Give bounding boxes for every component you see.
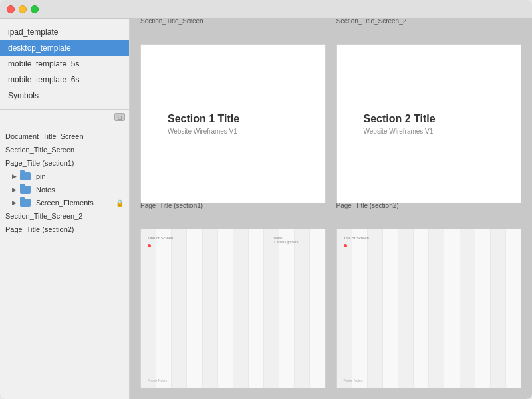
layers-panel: Document_Title_Screen Section_Title_Scre…	[0, 124, 129, 399]
lock-icon: 🔒	[116, 200, 124, 207]
traffic-lights	[7, 5, 39, 13]
layer-page-title-section1[interactable]: Page_Title (section1)	[0, 156, 129, 170]
layer-label: Section_Title_Screen	[5, 146, 74, 154]
layer-screen-elements-folder[interactable]: ▶ Screen_Elements 🔒	[0, 196, 129, 209]
layer-section-title-screen-2[interactable]: Section_Title_Screen_2	[0, 209, 129, 223]
artboard-label: Page_Title (section2)	[336, 202, 399, 209]
canvas-area: Section_Title_Screen Section 1 Title Web…	[130, 19, 532, 399]
notes-area: Notes 1. Notes go here	[274, 236, 299, 244]
page-overlay: Title of Screen	[337, 229, 521, 388]
sidebar-item-mobile-6s[interactable]: mobile_template_6s	[0, 72, 129, 88]
artboard-section-title-screen-2: Section_Title_Screen_2 Section 2 Title W…	[336, 29, 522, 203]
chevron-right-icon: ▶	[11, 186, 17, 193]
red-dot-indicator	[148, 244, 151, 247]
section-subtitle: Website Wireframes V1	[364, 128, 434, 135]
app-window: ipad_template desktop_template mobile_te…	[0, 0, 532, 399]
layer-label: Page_Title (section1)	[5, 159, 74, 167]
artboard-page-title-section1: Page_Title (section1)	[140, 214, 326, 388]
sidebar-item-desktop-template[interactable]: desktop_template	[0, 40, 129, 56]
file-list: ipad_template desktop_template mobile_te…	[0, 19, 129, 110]
main-content: ipad_template desktop_template mobile_te…	[0, 19, 532, 399]
resize-handle: ◻	[0, 110, 129, 124]
folder-icon	[20, 186, 31, 194]
layer-notes-folder[interactable]: ▶ Notes	[0, 183, 129, 196]
close-button[interactable]	[7, 5, 15, 13]
notes-text: 1. Notes go here	[274, 240, 299, 244]
page-footer: Footer Notes	[344, 378, 363, 382]
layer-label: pin	[36, 172, 46, 180]
layer-label: Screen_Elements	[36, 199, 94, 207]
layer-label: Section_Title_Screen_2	[5, 212, 82, 220]
page-screen-title: Title of Screen	[344, 236, 515, 240]
folder-icon	[20, 199, 31, 207]
layer-page-title-section2[interactable]: Page_Title (section2)	[0, 223, 129, 236]
layer-label: Page_Title (section2)	[5, 225, 74, 233]
artboard-label: Page_Title (section1)	[140, 202, 203, 209]
red-dot-indicator	[344, 244, 347, 247]
layer-pin-folder[interactable]: ▶ pin	[0, 170, 129, 183]
sidebar: ipad_template desktop_template mobile_te…	[0, 19, 130, 399]
artboard-page-title-section2: Page_Title (section2)	[336, 214, 522, 388]
layer-label: Document_Title_Screen	[5, 132, 84, 140]
artboard-canvas[interactable]: Title of Screen Notes 1. Notes go here F…	[140, 229, 326, 388]
folder-icon	[20, 172, 31, 180]
layer-label: Notes	[36, 186, 55, 194]
page-overlay: Title of Screen Notes 1. Notes go here	[141, 229, 325, 388]
sidebar-item-symbols[interactable]: Symbols	[0, 88, 129, 104]
chevron-right-icon: ▶	[11, 200, 17, 206]
artboard-label: Section_Title_Screen	[140, 19, 203, 25]
artboard-label: Section_Title_Screen_2	[336, 19, 407, 25]
artboard-canvas[interactable]: Section 1 Title Website Wireframes V1	[140, 44, 326, 203]
sidebar-item-mobile-5s[interactable]: mobile_template_5s	[0, 56, 129, 72]
section-subtitle: Website Wireframes V1	[168, 128, 237, 135]
minimize-button[interactable]	[19, 5, 27, 13]
artboard-canvas[interactable]: Title of Screen Footer Notes	[336, 229, 522, 388]
layer-section-title-screen[interactable]: Section_Title_Screen	[0, 143, 129, 156]
chevron-right-icon: ▶	[11, 173, 17, 180]
section-title: Section 2 Title	[364, 113, 436, 125]
sidebar-item-ipad-template[interactable]: ipad_template	[0, 24, 129, 40]
resize-button[interactable]: ◻	[114, 113, 125, 121]
artboard-canvas[interactable]: Section 2 Title Website Wireframes V1	[336, 44, 522, 203]
page-footer: Footer Notes	[148, 378, 167, 382]
maximize-button[interactable]	[31, 5, 39, 13]
layer-document-title-screen[interactable]: Document_Title_Screen	[0, 130, 129, 143]
artboard-section-title-screen: Section_Title_Screen Section 1 Title Web…	[140, 29, 326, 203]
section-title: Section 1 Title	[168, 113, 239, 125]
titlebar	[0, 0, 532, 19]
